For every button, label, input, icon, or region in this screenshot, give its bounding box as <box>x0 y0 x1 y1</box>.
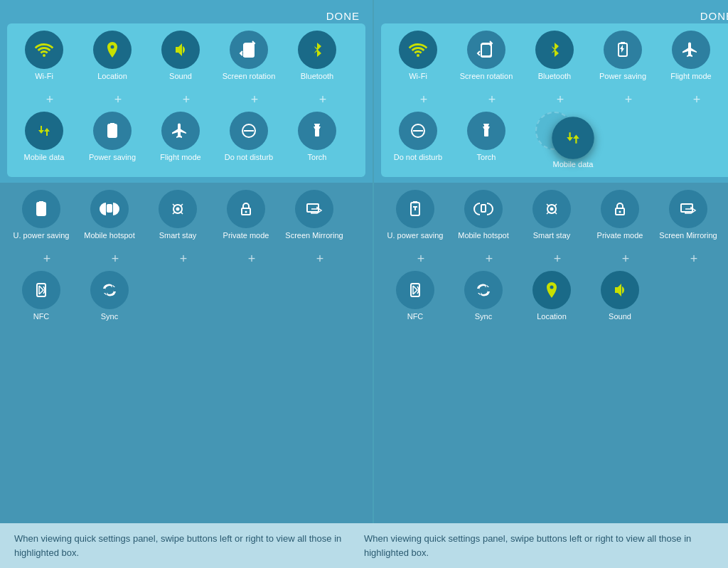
left-nfc-circle <box>22 271 60 309</box>
left-do-not-disturb-circle <box>230 112 268 150</box>
right-bluetooth[interactable]: Bluetooth <box>520 26 589 92</box>
left-u-power-saving[interactable]: U. power saving <box>7 186 75 251</box>
rplus8: + <box>523 252 592 265</box>
left-do-not-disturb-label: Do not disturb <box>225 153 273 171</box>
right-screen-rotation-circle <box>467 31 505 69</box>
left-row4: NFC Sync <box>7 267 365 332</box>
svg-point-13 <box>176 208 180 211</box>
left-done-button[interactable]: DONE <box>326 10 360 22</box>
left-nfc-label: NFC <box>33 312 50 331</box>
right-do-not-disturb[interactable]: Do not disturb <box>384 107 452 173</box>
right-sync[interactable]: Sync <box>449 267 518 332</box>
left-nfc[interactable]: NFC <box>7 267 75 332</box>
right-mobile-data-drag-cell[interactable]: Mobile data <box>542 114 604 180</box>
left-location-label: Location <box>97 72 127 90</box>
right-power-saving[interactable]: Power saving <box>589 26 657 92</box>
right-torch[interactable]: Torch <box>452 107 520 173</box>
right-smart-stay[interactable]: Smart stay <box>518 186 586 251</box>
left-screen-rotation-circle <box>230 31 268 69</box>
left-mobile-hotspot-circle <box>90 190 129 228</box>
right-location[interactable]: Location <box>518 267 586 332</box>
right-sound[interactable]: Sound <box>586 267 654 332</box>
left-mobile-hotspot[interactable]: Mobile hotspot <box>75 186 144 251</box>
right-mobile-data-dragging[interactable]: Mobile data <box>542 114 604 180</box>
left-private-mode[interactable]: Private mode <box>212 186 280 251</box>
left-torch[interactable]: Torch <box>283 107 351 173</box>
footer: When viewing quick settings panel, swipe… <box>0 523 728 568</box>
left-sync-circle <box>90 271 129 309</box>
svg-point-15 <box>245 211 247 213</box>
bluetooth-icon-r <box>545 40 564 60</box>
location-icon <box>102 40 122 60</box>
right-panel: DONE Wi-Fi <box>374 0 728 523</box>
left-location[interactable]: Location <box>78 26 146 92</box>
right-smart-stay-label: Smart stay <box>533 231 571 250</box>
svg-marker-24 <box>483 127 490 129</box>
wifi-icon <box>34 40 54 60</box>
sync-icon-r <box>473 280 493 300</box>
left-mobile-data[interactable]: Mobile data <box>10 107 78 173</box>
right-bluetooth-circle <box>535 31 574 69</box>
right-screen-mirroring-circle <box>669 190 707 228</box>
left-location-circle <box>93 31 132 69</box>
left-power-saving[interactable]: Power saving <box>78 107 146 173</box>
left-power-saving-circle <box>93 112 132 150</box>
right-flight-mode[interactable]: Flight mode <box>657 26 725 92</box>
svg-rect-23 <box>484 129 488 136</box>
left-bluetooth[interactable]: Bluetooth <box>283 26 351 92</box>
left-screen-rotation[interactable]: Screen rotation <box>215 26 283 92</box>
left-do-not-disturb[interactable]: Do not disturb <box>215 107 283 173</box>
left-row3: U. power saving Mobile hotspot <box>7 186 365 251</box>
power-saving-icon-r <box>613 40 633 60</box>
svg-rect-28 <box>413 201 417 203</box>
left-bluetooth-circle <box>298 31 336 69</box>
left-screen-rotation-label: Screen rotation <box>223 72 276 90</box>
left-panel: DONE Wi-Fi <box>0 0 374 523</box>
right-mobile-hotspot[interactable]: Mobile hotspot <box>449 186 518 251</box>
left-wifi[interactable]: Wi-Fi <box>10 26 78 92</box>
right-u-power-saving[interactable]: U. power saving <box>381 186 449 251</box>
mobile-hotspot-icon-r <box>473 199 493 219</box>
left-private-mode-circle <box>227 190 265 228</box>
left-sound[interactable]: Sound <box>146 26 215 92</box>
right-wifi[interactable]: Wi-Fi <box>384 26 452 92</box>
rplus7: + <box>455 252 523 265</box>
right-sound-label: Sound <box>609 312 631 331</box>
flight-mode-icon-r <box>681 40 701 60</box>
right-nfc[interactable]: NFC <box>381 267 449 332</box>
left-sync-label: Sync <box>101 312 118 331</box>
rplus9: + <box>592 252 660 265</box>
smart-stay-icon <box>168 199 188 219</box>
right-screen-rotation[interactable]: Screen rotation <box>452 26 520 92</box>
sound-icon <box>171 40 191 60</box>
right-private-mode-label: Private mode <box>597 231 643 250</box>
plus9: + <box>218 252 286 265</box>
plus2: + <box>84 93 152 106</box>
svg-rect-26 <box>483 124 489 125</box>
left-sync[interactable]: Sync <box>75 267 144 332</box>
plus5: + <box>289 93 357 106</box>
left-screen-mirroring[interactable]: Screen Mirroring <box>280 186 348 251</box>
svg-marker-6 <box>314 127 321 129</box>
right-nfc-label: NFC <box>407 312 424 331</box>
left-mobile-hotspot-label: Mobile hotspot <box>84 231 135 250</box>
left-flight-mode[interactable]: Flight mode <box>146 107 215 173</box>
right-done-button[interactable]: DONE <box>700 10 728 22</box>
right-power-saving-circle <box>604 31 642 69</box>
svg-rect-18 <box>481 44 491 57</box>
screen-rotation-icon <box>239 40 259 60</box>
left-power-saving-label: Power saving <box>89 153 136 171</box>
svg-rect-2 <box>110 123 114 124</box>
right-smart-stay-circle <box>532 190 571 228</box>
right-row4: NFC Sync <box>381 267 728 332</box>
right-screen-mirroring[interactable]: Screen Mirroring <box>654 186 722 251</box>
private-mode-icon-r <box>610 199 630 219</box>
left-footer-text: When viewing quick settings panel, swipe… <box>14 532 364 559</box>
left-mobile-data-circle <box>25 112 63 150</box>
right-sync-label: Sync <box>475 312 492 331</box>
rplus4: + <box>594 93 663 106</box>
left-smart-stay[interactable]: Smart stay <box>144 186 212 251</box>
left-panel-top: DONE Wi-Fi <box>0 0 373 183</box>
right-private-mode[interactable]: Private mode <box>586 186 654 251</box>
left-sound-label: Sound <box>169 72 192 90</box>
